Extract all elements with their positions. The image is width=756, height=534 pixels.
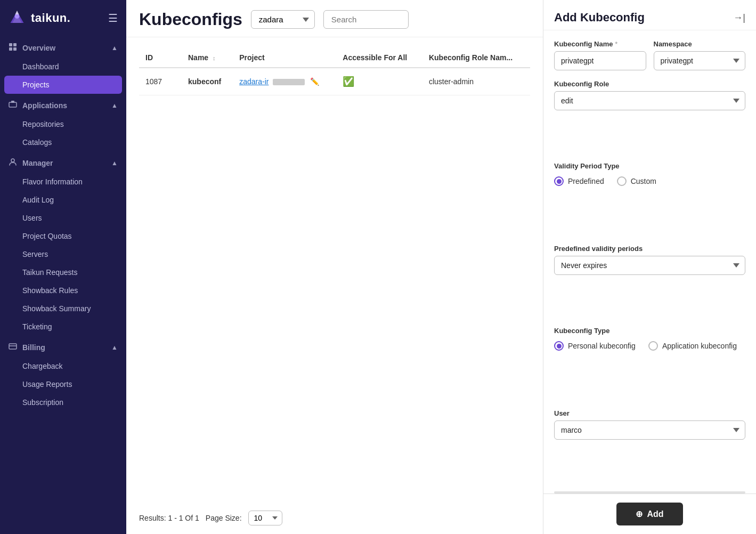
svg-rect-5 (13, 43, 17, 46)
svg-point-10 (11, 159, 14, 162)
sidebar-item-flavor-information[interactable]: Flavor Information (0, 173, 126, 191)
form-footer: ⊕ Add (543, 493, 756, 534)
close-panel-button[interactable]: →| (733, 12, 745, 23)
overview-chevron: ▲ (111, 44, 118, 52)
sidebar-item-projects[interactable]: Projects (4, 76, 122, 94)
project-masked (273, 79, 305, 85)
manager-icon (9, 158, 17, 168)
namespace-select[interactable]: privategpt (654, 51, 746, 70)
right-panel: Add Kubeconfig →| Kubeconfig Name * Name… (543, 0, 756, 534)
col-kubeconfig-role-name: Kubeconfig Role Nam... (422, 48, 530, 68)
custom-radio-circle[interactable] (617, 176, 627, 186)
col-name: Name ↕ (182, 48, 233, 68)
kubeconfig-role-select[interactable]: edit view cluster-admin (554, 91, 745, 110)
validity-period-type-group: Validity Period Type Predefined Custom (554, 162, 745, 234)
kubeconfig-name-label: Kubeconfig Name * (554, 40, 646, 48)
project-link[interactable]: zadara-ir (239, 77, 269, 86)
table-row: 1087 kubeconf zadara-ir ✏️ ✅ cluster-ad (139, 68, 530, 95)
col-project: Project (233, 48, 336, 68)
svg-rect-4 (9, 43, 12, 46)
main-content: Kubeconfigs zadara ID Name ↕ Project (126, 0, 543, 534)
cell-id: 1087 (139, 68, 182, 95)
sidebar: taikun. ☰ Overview ▲ Dashboard Projects … (0, 0, 126, 534)
user-select[interactable]: marco (554, 420, 745, 440)
add-button[interactable]: ⊕ Add (616, 503, 682, 525)
manager-chevron: ▲ (111, 159, 118, 167)
radio-personal[interactable]: Personal kubeconfig (554, 341, 636, 351)
search-input[interactable] (323, 10, 409, 29)
application-radio-circle[interactable] (648, 341, 658, 351)
taikun-logo-icon (9, 10, 26, 27)
accessible-check-icon: ✅ (343, 76, 354, 87)
sidebar-section-applications: Applications ▲ Repositories Catalogs (0, 94, 126, 151)
project-select[interactable]: zadara (251, 10, 315, 29)
predefined-radio-circle[interactable] (554, 176, 564, 186)
kubeconfig-name-input[interactable] (554, 51, 646, 70)
sidebar-item-taikun-requests[interactable]: Taikun Requests (0, 263, 126, 281)
billing-chevron: ▲ (111, 344, 118, 351)
svg-rect-11 (9, 344, 17, 349)
applications-icon (9, 100, 17, 111)
kubeconfigs-table: ID Name ↕ Project Accessible For All Kub… (139, 48, 530, 95)
page-title: Kubeconfigs (139, 10, 242, 29)
page-size-label: Page Size: (206, 514, 242, 522)
name-namespace-row: Kubeconfig Name * Namespace privategpt (554, 40, 745, 70)
predefined-validity-group: Predefined validity periods Never expire… (554, 245, 745, 317)
sidebar-section-manager-header[interactable]: Manager ▲ (0, 151, 126, 173)
predefined-validity-select[interactable]: Never expires 1 day 7 days 30 days (554, 256, 745, 275)
sidebar-section-overview-label: Overview (22, 44, 55, 52)
hamburger-menu[interactable]: ☰ (108, 12, 118, 25)
kubeconfig-name-group: Kubeconfig Name * (554, 40, 646, 70)
cell-project: zadara-ir ✏️ (233, 68, 336, 95)
billing-icon (9, 342, 17, 353)
sidebar-item-subscription[interactable]: Subscription (0, 393, 126, 411)
sidebar-item-showback-summary[interactable]: Showback Summary (0, 300, 126, 318)
sidebar-section-billing-header[interactable]: Billing ▲ (0, 336, 126, 357)
sidebar-section-manager: Manager ▲ Flavor Information Audit Log U… (0, 151, 126, 336)
sidebar-item-catalogs[interactable]: Catalogs (0, 133, 126, 151)
sidebar-section-applications-header[interactable]: Applications ▲ (0, 94, 126, 115)
page-size-select[interactable]: 10 25 50 100 (248, 511, 282, 525)
sidebar-item-ticketing[interactable]: Ticketing (0, 318, 126, 336)
kubeconfig-role-group: Kubeconfig Role edit view cluster-admin (554, 80, 745, 152)
sidebar-section-overview: Overview ▲ Dashboard Projects (0, 36, 126, 94)
personal-radio-circle[interactable] (554, 341, 564, 351)
app-name: taikun. (31, 11, 70, 25)
kubeconfig-role-label: Kubeconfig Role (554, 80, 745, 88)
table-area: ID Name ↕ Project Accessible For All Kub… (126, 37, 543, 506)
edit-icon[interactable]: ✏️ (310, 77, 319, 86)
sidebar-item-audit-log[interactable]: Audit Log (0, 191, 126, 209)
sidebar-item-showback-rules[interactable]: Showback Rules (0, 281, 126, 300)
table-header: ID Name ↕ Project Accessible For All Kub… (139, 48, 530, 68)
svg-rect-6 (9, 47, 12, 51)
sidebar-section-applications-label: Applications (22, 101, 67, 110)
predefined-validity-label: Predefined validity periods (554, 245, 745, 253)
sidebar-item-repositories[interactable]: Repositories (0, 115, 126, 133)
sidebar-item-servers[interactable]: Servers (0, 245, 126, 263)
sidebar-section-billing: Billing ▲ Chargeback Usage Reports Subsc… (0, 336, 126, 411)
kubeconfig-type-radio-group: Personal kubeconfig Application kubeconf… (554, 339, 745, 353)
table-body: 1087 kubeconf zadara-ir ✏️ ✅ cluster-ad (139, 68, 530, 95)
add-button-label: Add (647, 509, 663, 519)
col-id: ID (139, 48, 182, 68)
overview-icon (9, 43, 17, 53)
radio-predefined[interactable]: Predefined (554, 176, 604, 186)
user-group: User marco (554, 409, 745, 482)
page-header: Kubeconfigs zadara (126, 0, 543, 37)
sidebar-item-chargeback[interactable]: Chargeback (0, 357, 126, 375)
radio-custom[interactable]: Custom (617, 176, 656, 186)
pagination-row: Results: 1 - 1 Of 1 Page Size: 10 25 50 … (126, 506, 543, 534)
sidebar-item-project-quotas[interactable]: Project Quotas (0, 227, 126, 245)
sidebar-item-usage-reports[interactable]: Usage Reports (0, 375, 126, 393)
validity-period-type-label: Validity Period Type (554, 162, 745, 170)
name-sort-icon[interactable]: ↕ (213, 55, 216, 61)
sidebar-item-users[interactable]: Users (0, 209, 126, 227)
svg-rect-7 (13, 47, 17, 51)
svg-rect-8 (9, 102, 17, 107)
user-label: User (554, 409, 745, 417)
radio-application[interactable]: Application kubeconfig (648, 341, 737, 351)
kubeconfig-type-group: Kubeconfig Type Personal kubeconfig Appl… (554, 327, 745, 399)
sidebar-section-overview-header[interactable]: Overview ▲ (0, 36, 126, 58)
sidebar-item-dashboard[interactable]: Dashboard (0, 58, 126, 76)
kubeconfig-type-label: Kubeconfig Type (554, 327, 745, 335)
